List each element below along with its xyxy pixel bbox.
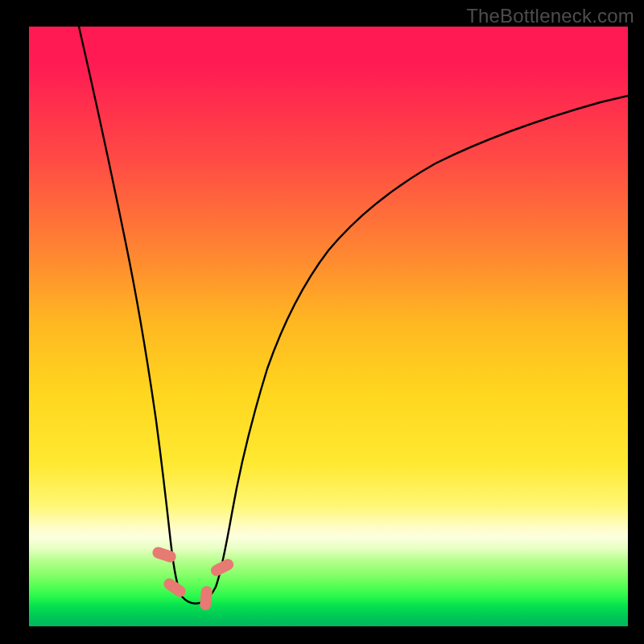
marker-d: [208, 557, 235, 578]
plot-area: [29, 27, 628, 626]
marker-b: [162, 576, 188, 600]
chart-svg: [29, 27, 628, 626]
marker-a: [151, 546, 178, 564]
watermark-label: TheBottleneck.com: [466, 5, 634, 27]
marker-c: [200, 585, 213, 610]
curve-markers: [151, 546, 236, 611]
frame: TheBottleneck.com: [0, 0, 644, 644]
bottleneck-curve: [79, 27, 628, 604]
